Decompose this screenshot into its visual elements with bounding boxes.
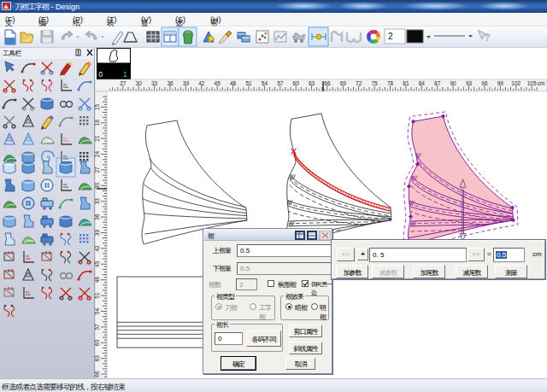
svg-text:96: 96 bbox=[481, 80, 488, 86]
svg-text:63: 63 bbox=[309, 80, 315, 86]
svg-text:24: 24 bbox=[95, 151, 100, 158]
svg-text:45: 45 bbox=[215, 80, 221, 86]
svg-text:87: 87 bbox=[434, 80, 441, 86]
svg-text:21: 21 bbox=[95, 135, 100, 142]
svg-text:30: 30 bbox=[95, 182, 100, 189]
svg-text:72: 72 bbox=[356, 80, 362, 86]
svg-text:93: 93 bbox=[466, 80, 473, 86]
svg-text:30: 30 bbox=[136, 80, 143, 86]
svg-text:84: 84 bbox=[419, 80, 426, 86]
svg-text:90: 90 bbox=[450, 80, 456, 86]
svg-text:60: 60 bbox=[95, 339, 100, 346]
svg-text:42: 42 bbox=[95, 245, 100, 252]
svg-text:102: 102 bbox=[511, 80, 521, 86]
svg-text:81: 81 bbox=[403, 80, 409, 86]
svg-text:39: 39 bbox=[95, 230, 100, 237]
svg-text:60: 60 bbox=[293, 80, 300, 86]
svg-text:?: ? bbox=[484, 31, 491, 44]
svg-text:33: 33 bbox=[95, 198, 100, 205]
svg-text:105: 105 bbox=[527, 80, 537, 86]
svg-text:cm: cm bbox=[538, 80, 545, 86]
svg-text:51: 51 bbox=[245, 80, 252, 86]
svg-text:39: 39 bbox=[183, 80, 190, 86]
svg-text:36: 36 bbox=[167, 80, 174, 86]
svg-text:78: 78 bbox=[387, 80, 394, 86]
svg-text:48: 48 bbox=[230, 80, 237, 86]
svg-text:2: 2 bbox=[388, 32, 393, 41]
svg-text:69: 69 bbox=[340, 80, 347, 86]
svg-text:54: 54 bbox=[262, 80, 268, 86]
svg-text:57: 57 bbox=[95, 324, 100, 331]
svg-text:18: 18 bbox=[95, 120, 100, 126]
svg-text:57: 57 bbox=[277, 80, 284, 86]
svg-text:66: 66 bbox=[324, 80, 331, 86]
svg-text:48: 48 bbox=[95, 277, 100, 284]
svg-text:51: 51 bbox=[95, 292, 100, 299]
svg-text:63: 63 bbox=[95, 355, 100, 362]
svg-text:0: 0 bbox=[99, 70, 103, 79]
svg-text:1: 1 bbox=[123, 70, 127, 79]
svg-text:54: 54 bbox=[95, 308, 100, 315]
svg-text:27: 27 bbox=[120, 80, 126, 86]
svg-text:66: 66 bbox=[95, 371, 100, 377]
svg-text:15: 15 bbox=[95, 103, 100, 110]
svg-text:42: 42 bbox=[198, 80, 205, 86]
svg-text:45: 45 bbox=[95, 260, 100, 267]
svg-text:27: 27 bbox=[95, 167, 100, 173]
svg-text:33: 33 bbox=[151, 80, 158, 86]
svg-text:75: 75 bbox=[371, 80, 378, 86]
svg-text:36: 36 bbox=[95, 214, 100, 220]
svg-text:99: 99 bbox=[497, 80, 504, 86]
